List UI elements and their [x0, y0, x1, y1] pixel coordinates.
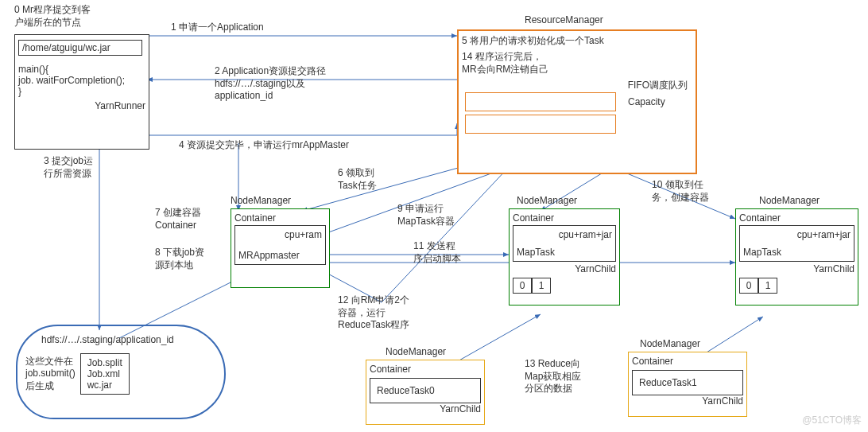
step12-label: 12 向RM申请2个 容器，运行 ReduceTask程序	[338, 294, 409, 332]
step3-label: 3 提交job运 行所需资源	[44, 155, 93, 180]
code-main-open: main(){	[18, 64, 145, 75]
nm3-child: YarnChild	[739, 263, 854, 274]
nm2-cpu: cpu+ram+jar	[517, 229, 612, 240]
nm2-inner: cpu+ram+jar MapTask	[513, 225, 616, 262]
nm4-child: YarnChild	[370, 403, 481, 414]
nm3-p0: 0	[739, 278, 758, 294]
nm2-box: Container cpu+ram+jar MapTask YarnChild …	[509, 208, 620, 306]
nm4-box: Container ReduceTask0 YarnChild	[366, 360, 485, 425]
file-jar: wc.jar	[87, 379, 122, 391]
nm5-container: Container	[632, 356, 743, 367]
nm3-cpu: cpu+ram+jar	[743, 229, 851, 240]
nm1-cpu: cpu+ram	[238, 229, 322, 240]
nm5-inner: ReduceTask1	[632, 370, 743, 395]
yarnrunner-label: YarnRunner	[18, 100, 145, 111]
nm4-container: Container	[370, 364, 481, 375]
step9-label: 9 申请运行 MapTask容器	[397, 203, 455, 228]
step0-label: 0 Mr程序提交到客 户端所在的节点	[14, 4, 91, 29]
nm2-task: MapTask	[517, 247, 612, 258]
fifo-label: FIFO调度队列	[462, 79, 688, 92]
nm4-title: NodeManager	[386, 346, 446, 359]
step4-label: 4 资源提交完毕，申请运行mrAppMaster	[179, 139, 349, 152]
step7-label: 7 创建容器 Container	[155, 207, 201, 232]
rm-title: ResourceManager	[525, 14, 603, 27]
nm3-container: Container	[739, 212, 854, 224]
nm3-box: Container cpu+ram+jar MapTask YarnChild …	[735, 208, 858, 306]
nm2-p1: 1	[532, 278, 551, 294]
nm4-inner: ReduceTask0	[370, 378, 481, 403]
nm1-box: Container cpu+ram MRAppmaster	[231, 208, 330, 288]
hdfs-files: Job.split Job.xml wc.jar	[80, 353, 130, 395]
nm5-child: YarnChild	[632, 395, 743, 407]
nm2-parts: 0 1	[513, 276, 616, 295]
nm4-task: ReduceTask0	[377, 385, 474, 396]
nm1-container: Container	[234, 212, 326, 224]
nm2-title: NodeManager	[517, 195, 577, 208]
watermark: @51CTO博客	[802, 414, 862, 427]
rm-box: 5 将用户的请求初始化成一个Task 14 程序运行完后， MR会向RM注销自己…	[457, 29, 697, 174]
nm1-title: NodeManager	[231, 195, 291, 208]
capacity-label: Capacity	[628, 96, 665, 107]
step14-label: 14 程序运行完后， MR会向RM注销自己	[462, 51, 692, 76]
jar-path: /home/atguigu/wc.jar	[18, 40, 142, 56]
step10-label: 10 领取到任 务，创建容器	[652, 179, 709, 204]
hdfs-path: hdfs://…/.staging/application_id	[41, 334, 216, 345]
code-wait: job. waitForCompletion();	[18, 75, 145, 86]
nm5-title: NodeManager	[640, 338, 700, 351]
step13-label: 13 Reduce向 Map获取相应 分区的数据	[525, 358, 581, 395]
nm3-inner: cpu+ram+jar MapTask	[739, 225, 854, 262]
step5-label: 5 将用户的请求初始化成一个Task	[462, 34, 692, 48]
step11-label: 11 发送程 序启动脚本	[413, 240, 461, 265]
client-box: /home/atguigu/wc.jar main(){ job. waitFo…	[14, 34, 149, 150]
hdfs-note: 这些文件在 job.submit() 后生成	[25, 356, 76, 393]
nm3-title: NodeManager	[759, 195, 820, 208]
nm3-parts: 0 1	[739, 276, 854, 295]
nm3-task: MapTask	[743, 247, 851, 258]
nm5-task: ReduceTask1	[639, 377, 736, 388]
hdfs-cloud: hdfs://…/.staging/application_id 这些文件在 j…	[16, 325, 226, 419]
file-xml: Job.xml	[87, 368, 122, 379]
file-split: Job.split	[87, 357, 122, 368]
queue-row-1	[465, 92, 616, 111]
nm3-p1: 1	[758, 278, 777, 294]
code-main-close: }	[18, 86, 145, 97]
queue-row-2	[465, 115, 616, 134]
nm2-p0: 0	[513, 278, 532, 294]
step6-label: 6 领取到 Task任务	[338, 167, 377, 192]
nm1-inner: cpu+ram MRAppmaster	[234, 225, 326, 265]
nm1-app: MRAppmaster	[238, 250, 322, 261]
step2-label: 2 Application资源提交路径 hdfs://…/.staging以及 …	[215, 65, 326, 103]
nm2-container: Container	[513, 212, 616, 224]
nm5-box: Container ReduceTask1 YarnChild	[628, 352, 747, 417]
step1-label: 1 申请一个Application	[171, 21, 264, 34]
nm2-child: YarnChild	[513, 263, 616, 274]
step8-label: 8 下载job资 源到本地	[155, 247, 204, 271]
